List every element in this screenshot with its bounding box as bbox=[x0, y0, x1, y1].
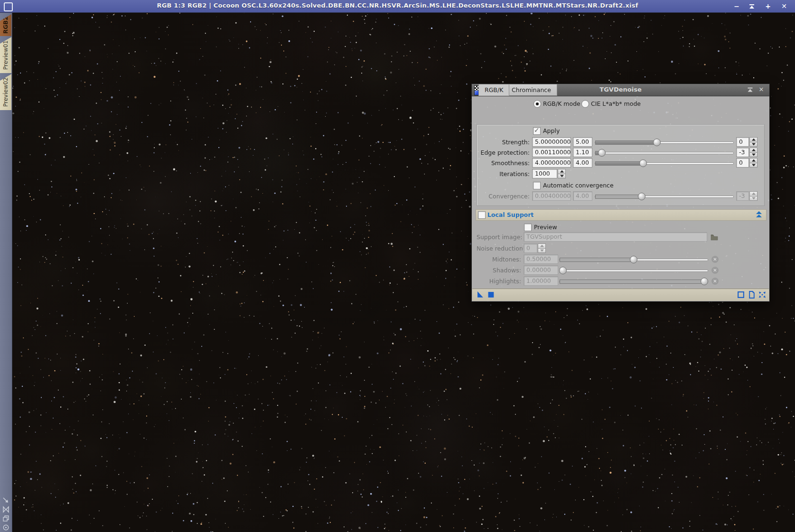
highlights-slider bbox=[559, 277, 708, 285]
midtones-slider bbox=[559, 255, 708, 263]
highlights-field: 1.00000 bbox=[524, 276, 558, 286]
shadows-reset-icon[interactable]: ✕ bbox=[711, 267, 719, 274]
edge-protection-exp-field[interactable]: -3 bbox=[736, 148, 749, 157]
shadows-label: Shadows: bbox=[477, 267, 521, 274]
midtones-reset-icon[interactable]: ✕ bbox=[711, 256, 719, 263]
convergence-display-field: 4.00 bbox=[573, 191, 592, 201]
convergence-value-field: 0.00400000 bbox=[532, 191, 571, 201]
local-support-label: Local Support bbox=[487, 211, 534, 218]
select-file-icon[interactable] bbox=[711, 233, 718, 241]
support-image-row: Support image: TGVSupport bbox=[472, 232, 769, 242]
apply-global-icon[interactable] bbox=[737, 291, 745, 299]
sidebar-tools bbox=[0, 497, 12, 531]
shadows-slider bbox=[559, 266, 708, 274]
window-titlebar: RGB 1:3 RGB2 | Cocoon OSC.L3.60x240s.Sol… bbox=[0, 0, 795, 13]
minimize-button[interactable]: − bbox=[731, 1, 742, 11]
cascade-windows-icon[interactable] bbox=[2, 515, 9, 522]
support-image-field[interactable]: TGVSupport bbox=[524, 232, 707, 242]
strength-value-field[interactable]: 5.00000000 bbox=[532, 137, 571, 147]
shade-icon bbox=[748, 4, 755, 9]
edge-protection-display-field[interactable]: 1.10 bbox=[573, 148, 592, 157]
collapse-section-icon[interactable] bbox=[756, 211, 762, 218]
strength-spinner[interactable] bbox=[749, 137, 758, 147]
dialog-close-button[interactable]: ✕ bbox=[757, 86, 766, 93]
noise-reduction-row: Noise reduction: 0 bbox=[472, 243, 769, 253]
iterations-row: Iterations: 1000 bbox=[472, 169, 769, 178]
tab-chrominance[interactable]: Chrominance bbox=[505, 84, 557, 96]
apply-row: Apply bbox=[472, 127, 769, 136]
smoothness-display-field[interactable]: 4.00 bbox=[573, 158, 592, 168]
smoothness-slider[interactable] bbox=[595, 159, 734, 167]
midtones-row: Midtones: 0.50000 ✕ bbox=[472, 254, 769, 264]
mode-row: RGB/K mode CIE L*a*b* mode bbox=[472, 99, 769, 109]
rgbk-mode-label: RGB/K mode bbox=[543, 100, 580, 107]
midtones-field: 0.50000 bbox=[524, 254, 558, 264]
close-button[interactable]: ✕ bbox=[778, 1, 790, 11]
shade-icon bbox=[747, 87, 753, 93]
midtones-label: Midtones: bbox=[477, 256, 521, 263]
smoothness-exp-field[interactable]: 0 bbox=[736, 158, 749, 168]
edge-protection-slider[interactable] bbox=[595, 149, 734, 156]
edge-protection-spinner[interactable] bbox=[749, 148, 758, 157]
noise-reduction-spinner bbox=[538, 243, 546, 253]
strength-display-field[interactable]: 5.00 bbox=[573, 137, 592, 147]
highlights-reset-icon[interactable]: ✕ bbox=[711, 278, 719, 285]
preview-checkbox[interactable] bbox=[524, 224, 532, 231]
cielab-mode-label: CIE L*a*b* mode bbox=[591, 100, 641, 107]
image-tab-label: Preview01 bbox=[2, 40, 9, 70]
shadows-row: Shadows: 0.00000 ✕ bbox=[472, 265, 769, 275]
apply-checkbox[interactable] bbox=[533, 127, 541, 135]
shade-button[interactable] bbox=[746, 2, 758, 12]
image-tab-preview02[interactable]: Preview02 bbox=[0, 74, 11, 110]
convergence-exp-field: -3 bbox=[736, 191, 749, 201]
convergence-spinner bbox=[749, 191, 758, 201]
tgvdenoise-dialog: TGVDenoise ✕ RGB/K mode CIE L*a*b* mode … bbox=[471, 84, 770, 302]
strength-label: Strength: bbox=[477, 139, 530, 146]
apply-label: Apply bbox=[543, 127, 560, 134]
center-target-icon[interactable] bbox=[2, 524, 9, 531]
workspace-sidebar: RGB2 Preview01 Preview02 bbox=[0, 12, 12, 532]
tab-rgbk[interactable]: RGB/K bbox=[478, 84, 509, 96]
iterations-label: Iterations: bbox=[477, 170, 530, 177]
preview-row: Preview bbox=[472, 223, 769, 233]
smoothness-spinner[interactable] bbox=[749, 158, 758, 168]
zoom-fit-icon[interactable] bbox=[2, 506, 9, 513]
local-support-header[interactable]: Local Support bbox=[476, 209, 767, 221]
convergence-row: Convergence: 0.00400000 4.00 -3 bbox=[472, 191, 769, 201]
image-tab-rgb2[interactable]: RGB2 bbox=[0, 14, 11, 36]
select-arrow-icon[interactable] bbox=[2, 497, 9, 504]
image-tab-preview01[interactable]: Preview01 bbox=[0, 37, 11, 73]
edge-protection-value-field[interactable]: 0.00110000 bbox=[532, 148, 571, 157]
shadows-field: 0.00000 bbox=[524, 265, 558, 275]
highlights-row: Highlights: 1.00000 ✕ bbox=[472, 276, 769, 286]
smoothness-value-field[interactable]: 4.00000000 bbox=[532, 158, 571, 168]
smoothness-label: Smoothness: bbox=[477, 159, 530, 167]
support-image-label: Support image: bbox=[477, 233, 521, 241]
strength-row: Strength: 5.00000000 5.00 0 bbox=[472, 137, 769, 147]
reset-icon[interactable] bbox=[758, 291, 766, 299]
maximize-button[interactable]: + bbox=[762, 1, 774, 11]
noise-reduction-label: Noise reduction: bbox=[477, 245, 521, 252]
rgbk-mode-radio[interactable] bbox=[533, 100, 541, 108]
edge-protection-row: Edge protection: 0.00110000 1.10 -3 bbox=[472, 148, 769, 157]
new-instance-icon[interactable] bbox=[477, 291, 485, 299]
strength-slider[interactable] bbox=[595, 138, 734, 146]
cielab-mode-radio[interactable] bbox=[581, 100, 589, 108]
dialog-shade-button[interactable] bbox=[746, 87, 754, 94]
image-tab-label: RGB2 bbox=[2, 17, 9, 34]
strength-exp-field[interactable]: 0 bbox=[736, 137, 749, 147]
preview-label: Preview bbox=[534, 224, 557, 231]
browse-documentation-icon[interactable] bbox=[748, 291, 756, 299]
apply-instance-icon[interactable] bbox=[487, 291, 495, 299]
smoothness-row: Smoothness: 4.00000000 4.00 0 bbox=[472, 158, 769, 168]
convergence-slider bbox=[595, 192, 734, 200]
window-title: RGB 1:3 RGB2 | Cocoon OSC.L3.60x240s.Sol… bbox=[0, 2, 795, 9]
image-tab-label: Preview02 bbox=[2, 77, 9, 107]
local-support-checkbox[interactable] bbox=[478, 211, 486, 219]
auto-convergence-label: Automatic convergence bbox=[543, 182, 614, 189]
auto-convergence-row: Automatic convergence bbox=[472, 181, 769, 191]
dialog-bottom-bar bbox=[472, 289, 769, 301]
iterations-spinner[interactable] bbox=[558, 169, 566, 178]
iterations-field[interactable]: 1000 bbox=[532, 169, 557, 178]
auto-convergence-checkbox[interactable] bbox=[533, 182, 541, 189]
